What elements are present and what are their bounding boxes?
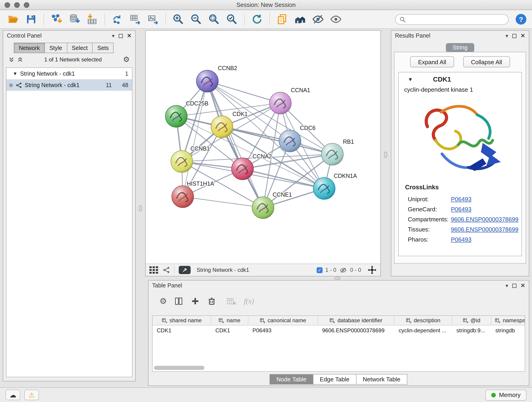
float-panel-icon[interactable] [512,283,516,288]
horizontal-scrollbar-thumb[interactable] [154,366,204,370]
merge-network-button[interactable] [109,12,126,27]
crosslink-compartments-link[interactable]: 9606.ENSP00000378699 [451,216,519,223]
save-icon [26,14,37,25]
disclosure-triangle-icon[interactable]: ▼ [408,77,413,82]
cell-shared-name[interactable]: CDK1 [152,327,211,333]
close-panel-icon[interactable]: ✕ [127,33,132,38]
import-network-database-icon [68,13,80,25]
splitter-handle[interactable] [335,277,341,280]
tab-style[interactable]: Style [44,43,67,53]
table-row[interactable]: CDK1 CDK1 P06493 9606.ENSP00000378699 cy… [152,325,525,335]
memory-button[interactable]: Memory [485,389,526,400]
expand-all-button[interactable]: Expand All [410,56,454,67]
close-window-button[interactable] [5,2,10,8]
delete-column-trash-icon[interactable] [207,297,216,306]
network-row-selected[interactable]: String Network - cdk1 11 48 [6,79,132,91]
minimize-window-button[interactable] [14,2,20,8]
svg-text:CCNA2: CCNA2 [253,153,272,160]
hide-selected-button[interactable] [309,12,327,27]
float-panel-icon[interactable] [512,34,516,38]
pan-crosshair-icon[interactable] [367,265,377,274]
share-icon[interactable] [163,266,170,274]
save-session-button[interactable] [22,12,40,27]
zoom-fit-button[interactable] [205,12,223,27]
protein-card-header[interactable]: ▼ CDK1 [399,72,521,86]
splitter-handle[interactable] [384,152,387,158]
close-panel-icon[interactable]: ✕ [520,283,525,288]
maximize-window-button[interactable] [24,2,29,8]
column-database-identifier[interactable]: database identifier [318,316,394,325]
column-namespace[interactable]: namespac [491,316,525,325]
column-at-id[interactable]: @id [452,316,491,325]
network-collection-row[interactable]: ▼ String Network - cdk1 1 [6,68,132,79]
apply-layout-button[interactable] [248,12,266,27]
tab-node-table[interactable]: Node Table [269,374,313,385]
float-panel-icon[interactable] [119,34,123,38]
string-home-button[interactable] [291,12,309,27]
open-in-browser-button[interactable]: ↗ [179,266,191,274]
window-title: Session: New Session [236,1,296,8]
close-panel-icon[interactable]: ✕ [520,33,525,38]
cell-description[interactable]: cyclin-dependent ... [394,327,452,333]
tab-sets[interactable]: Sets [92,43,114,53]
collapse-panel-icon[interactable]: ▾ [112,33,114,38]
collapse-all-button[interactable]: Collapse All [463,56,510,67]
export-table-button[interactable] [127,12,144,27]
open-session-button[interactable] [5,12,22,27]
column-name[interactable]: name [211,316,248,325]
tab-network-table[interactable]: Network Table [356,374,407,385]
zoom-in-icon [172,13,184,25]
crosslink-pharos-link[interactable]: P06493 [451,236,472,243]
disclosure-triangle-icon[interactable]: ▼ [13,71,17,76]
gear-icon[interactable]: ⚙ [123,56,130,63]
copy-document-button[interactable] [273,12,291,27]
crosslink-uniprot-link[interactable]: P06493 [451,196,472,202]
network-footer: ↗ String Network - cdk1 ✓ 1 - 0 0 - 0 [146,264,380,276]
warnings-button[interactable]: ⚠ [24,390,39,400]
column-description[interactable]: description [394,316,452,325]
import-network-database-button[interactable] [65,12,83,27]
crosslink-tissues-link[interactable]: 9606.ENSP00000378699 [451,226,519,233]
network-canvas[interactable]: CCNB2CCNA1CDC25BCDK1CDC6RB1CCNB1CCNA2CDK… [146,31,380,264]
cell-database-identifier[interactable]: 9606.ENSP00000378699 [318,327,394,333]
search-input[interactable] [408,16,504,22]
cell-namespace[interactable]: stringdb [491,327,525,333]
import-table-icon [86,13,98,25]
show-columns-icon[interactable] [174,297,183,306]
svg-text:CDK1: CDK1 [233,111,248,117]
svg-text:CDKN1A: CDKN1A [334,172,357,179]
import-table-button[interactable] [83,12,101,27]
cell-at-id[interactable]: stringdb:9... [452,327,491,333]
tab-edge-table[interactable]: Edge Table [313,374,356,385]
table-settings-gear-icon[interactable]: ⚙ [159,297,167,305]
collapse-panel-icon[interactable]: ▾ [506,33,508,38]
network-canvas-container[interactable]: CCNB2CCNA1CDC25BCDK1CDC6RB1CCNB1CCNA2CDK… [146,31,380,264]
cell-canonical-name[interactable]: P06493 [248,327,318,333]
string-tab-badge[interactable]: String [446,43,474,52]
birdseye-icon[interactable] [149,266,158,274]
zoom-out-button[interactable] [187,12,205,27]
selected-checkbox-icon[interactable]: ✓ [317,267,323,273]
zoom-in-button[interactable] [170,12,187,27]
help-button[interactable]: ? [515,13,527,26]
crosslink-genecard-link[interactable]: P06493 [451,206,472,212]
export-image-button[interactable] [144,12,162,27]
splitter-handle[interactable] [139,205,142,211]
tab-select[interactable]: Select [67,43,93,53]
toolbar-separator [244,13,245,25]
tab-network[interactable]: Network [14,43,45,53]
column-shared-name[interactable]: shared name [152,316,211,325]
import-network-file-button[interactable] [48,12,65,27]
collapse-panel-icon[interactable]: ▾ [506,283,508,288]
expand-all-icon[interactable] [17,57,23,62]
cloud-button[interactable]: ☁ [6,390,20,400]
svg-text:CCNE1: CCNE1 [273,191,292,198]
zoom-selected-button[interactable] [223,12,241,27]
svg-text:CCNB2: CCNB2 [218,65,237,71]
table-panel-header: Table Panel ▾ ✕ [148,281,529,291]
add-column-icon[interactable] [191,297,200,306]
column-canonical-name[interactable]: canonical name [248,316,318,325]
collapse-all-icon[interactable] [9,57,14,62]
cell-name[interactable]: CDK1 [211,327,248,333]
show-all-button[interactable] [327,12,345,27]
